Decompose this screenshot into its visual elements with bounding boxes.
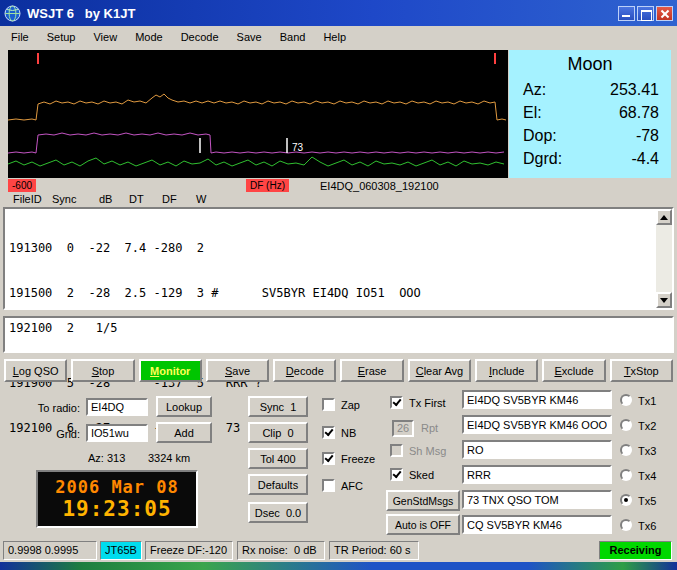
tol-button[interactable]: Tol 400: [248, 448, 308, 469]
tx1-message-input[interactable]: [462, 390, 612, 409]
moon-az-value: 253.41: [610, 78, 659, 101]
grid-label: Grid:: [24, 428, 80, 440]
add-button[interactable]: Add: [156, 422, 212, 443]
menu-file[interactable]: File: [2, 28, 38, 46]
clip-button[interactable]: Clip 0: [248, 422, 308, 443]
tx1-radio[interactable]: [620, 394, 632, 406]
auto-button[interactable]: Auto is OFF: [386, 514, 460, 535]
tx4-message-input[interactable]: [462, 465, 612, 484]
globe-icon[interactable]: [4, 5, 21, 22]
grid-input[interactable]: [86, 424, 148, 442]
header-sync: Sync: [52, 193, 76, 205]
tx3-label[interactable]: Tx3: [638, 445, 656, 457]
background-window-edge: [0, 562, 677, 570]
header-df: DF: [162, 193, 177, 205]
to-radio-input[interactable]: [86, 398, 148, 416]
scroll-down-button[interactable]: [656, 292, 672, 308]
decode-scrollbar[interactable]: [656, 209, 672, 308]
moon-dop-row: Dop: -78: [509, 124, 671, 147]
tx2-radio[interactable]: [620, 419, 632, 431]
close-button[interactable]: [656, 6, 673, 21]
afc-label[interactable]: AFC: [341, 480, 363, 492]
magenta-trace: [8, 133, 504, 153]
menu-save[interactable]: Save: [228, 28, 271, 46]
moon-panel: Moon Az: 253.41 El: 68.78 Dop: -78 Dgrd:…: [509, 50, 671, 178]
afc-checkbox[interactable]: [322, 479, 335, 492]
gen-std-msgs-button[interactable]: GenStdMsgs: [386, 490, 460, 511]
rx-noise-panel: Rx noise: 0 dB: [237, 541, 325, 560]
window-title: WSJT 6 by K1JT: [27, 6, 135, 21]
maximize-button[interactable]: [637, 6, 654, 21]
monitor-button[interactable]: Monitor: [139, 359, 202, 382]
tx5-message-input[interactable]: [462, 490, 612, 509]
utc-clock: 2006 Mar 08 19:23:05: [36, 470, 198, 528]
tx3-radio[interactable]: [620, 444, 632, 456]
decode-button[interactable]: Decode: [273, 359, 336, 382]
erase-button[interactable]: Erase: [340, 359, 403, 382]
sync-button[interactable]: Sync 1: [248, 396, 308, 417]
spectrum-display[interactable]: 73: [8, 50, 508, 178]
sked-label[interactable]: Sked: [409, 469, 434, 481]
moon-dgrd-value: -4.4: [631, 147, 659, 170]
tx1-label[interactable]: Tx1: [638, 395, 656, 407]
header-db: dB: [99, 193, 112, 205]
tx2-message-input[interactable]: [462, 415, 612, 434]
tx4-radio[interactable]: [620, 469, 632, 481]
exclude-button[interactable]: Exclude: [542, 359, 605, 382]
menu-view[interactable]: View: [84, 28, 126, 46]
include-button[interactable]: Include: [475, 359, 538, 382]
freeze-label[interactable]: Freeze: [341, 453, 375, 465]
lookup-button[interactable]: Lookup: [156, 396, 212, 417]
sked-checkbox[interactable]: [390, 468, 403, 481]
wsjt-window: WSJT 6 by K1JT File Setup View Mode Deco…: [0, 0, 677, 570]
tx6-radio[interactable]: [620, 519, 632, 531]
tx6-message-input[interactable]: [462, 515, 612, 534]
tx3-message-input[interactable]: [462, 440, 612, 459]
menu-band[interactable]: Band: [271, 28, 315, 46]
scroll-up-button[interactable]: [656, 209, 672, 225]
arrow-up-icon: [660, 215, 668, 220]
zap-label[interactable]: Zap: [341, 399, 360, 411]
log-qso-button[interactable]: Log QSO: [4, 359, 67, 382]
nb-checkbox[interactable]: [322, 426, 335, 439]
save-button[interactable]: Save: [206, 359, 269, 382]
stop-button[interactable]: Stop: [71, 359, 134, 382]
menu-help[interactable]: Help: [314, 28, 355, 46]
action-button-row: Log QSO Stop Monitor Save Decode Erase C…: [4, 359, 673, 382]
moon-az-row: Az: 253.41: [509, 78, 671, 101]
distance-readout: 3324 km: [148, 452, 190, 464]
tx2-label[interactable]: Tx2: [638, 420, 656, 432]
tx4-label[interactable]: Tx4: [638, 470, 656, 482]
tr-period-panel: TR Period: 60 s: [329, 541, 419, 560]
tx-first-checkbox[interactable]: [390, 396, 403, 409]
to-radio-label: To radio:: [24, 402, 80, 414]
mode-panel: JT65B: [100, 541, 142, 560]
minimize-button[interactable]: [618, 6, 635, 21]
tx5-radio[interactable]: [620, 494, 632, 506]
azimuth-readout: Az: 313: [88, 452, 125, 464]
wav-filename: EI4DQ_060308_192100: [320, 180, 439, 192]
nb-label[interactable]: NB: [341, 427, 356, 439]
freeze-checkbox[interactable]: [322, 452, 335, 465]
axis-left-label: -600: [8, 179, 36, 192]
tx6-label[interactable]: Tx6: [638, 520, 656, 532]
menu-bar: File Setup View Mode Decode Save Band He…: [0, 26, 677, 48]
moon-el-value: 68.78: [619, 101, 659, 124]
receiving-status: Receiving: [599, 541, 672, 560]
freeze-df-panel: Freeze DF:-120: [145, 541, 233, 560]
txstop-button[interactable]: TxStop: [610, 359, 673, 382]
tx5-label[interactable]: Tx5: [638, 495, 656, 507]
menu-decode[interactable]: Decode: [172, 28, 228, 46]
clear-avg-button[interactable]: Clear Avg: [408, 359, 471, 382]
tx-first-label[interactable]: Tx First: [409, 397, 446, 409]
menu-setup[interactable]: Setup: [38, 28, 85, 46]
defaults-button[interactable]: Defaults: [248, 474, 308, 495]
dsec-button[interactable]: Dsec 0.0: [248, 502, 308, 523]
moon-dgrd-label: Dgrd:: [523, 147, 562, 170]
sh-msg-checkbox: [390, 444, 403, 457]
df-axis-label: DF (Hz): [246, 179, 289, 192]
zap-checkbox[interactable]: [322, 398, 335, 411]
header-w: W: [196, 193, 206, 205]
menu-mode[interactable]: Mode: [126, 28, 172, 46]
green-trace: [8, 157, 504, 166]
